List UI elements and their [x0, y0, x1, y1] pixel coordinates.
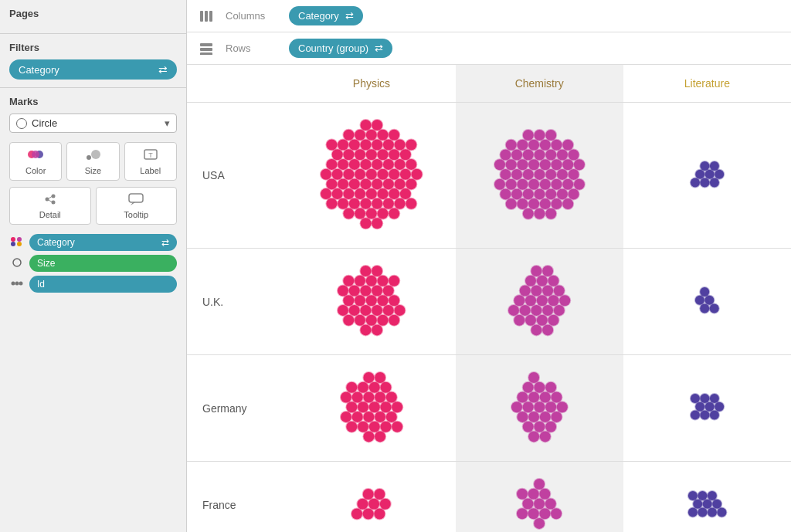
detail-button[interactable]: Detail — [9, 187, 91, 225]
tooltip-button[interactable]: Tooltip — [96, 187, 178, 225]
svg-point-207 — [528, 198, 539, 209]
th-empty — [187, 65, 287, 103]
svg-point-47 — [366, 188, 377, 199]
th-literature: Literature — [623, 65, 791, 103]
svg-point-547 — [351, 509, 362, 520]
svg-point-173 — [528, 159, 539, 170]
size-button[interactable]: Size — [66, 142, 119, 181]
color-button[interactable]: Color — [9, 142, 62, 181]
svg-point-367 — [548, 295, 559, 306]
svg-point-509 — [528, 431, 539, 442]
svg-point-183 — [517, 178, 528, 189]
chart-row: USA — [187, 103, 791, 249]
svg-point-433 — [369, 422, 380, 432]
marks-buttons-row2: Detail Tooltip — [9, 187, 177, 225]
svg-point-337 — [360, 266, 371, 276]
svg-point-105 — [332, 149, 343, 160]
svg-point-71 — [360, 140, 371, 151]
pages-title: Pages — [9, 8, 177, 19]
svg-point-329 — [343, 295, 354, 306]
svg-point-305 — [355, 295, 365, 306]
label-button[interactable]: T Label — [124, 142, 177, 181]
svg-point-561 — [545, 499, 556, 510]
svg-point-2 — [32, 151, 39, 158]
svg-point-9 — [51, 201, 55, 205]
svg-point-69 — [372, 198, 382, 209]
svg-point-579 — [698, 491, 707, 500]
svg-rect-24 — [209, 11, 212, 22]
chart-cell — [456, 103, 623, 249]
svg-point-103 — [332, 188, 343, 199]
size-circle-icon — [9, 257, 25, 270]
svg-point-383 — [525, 276, 536, 286]
svg-point-293 — [691, 178, 700, 187]
svg-point-535 — [363, 509, 374, 520]
svg-text:T: T — [148, 151, 153, 159]
marks-type-select[interactable]: Circle ▾ — [9, 114, 177, 133]
svg-point-345 — [338, 286, 348, 296]
svg-point-255 — [505, 198, 516, 209]
chart-cell — [287, 462, 455, 533]
svg-point-257 — [522, 208, 533, 219]
svg-point-177 — [539, 159, 550, 170]
svg-point-20 — [15, 281, 19, 285]
svg-point-321 — [355, 315, 365, 326]
svg-point-357 — [531, 305, 542, 316]
svg-point-415 — [369, 402, 380, 412]
filter-category-label: Category — [19, 64, 59, 76]
chart-cell — [456, 249, 623, 355]
svg-point-115 — [338, 198, 348, 209]
svg-point-253 — [568, 149, 579, 160]
svg-point-119 — [338, 140, 348, 151]
category-pill[interactable]: Category ⇄ — [29, 234, 177, 251]
svg-point-473 — [528, 412, 539, 422]
svg-point-31 — [360, 178, 371, 189]
rows-header-row: Rows Country (group) ⇄ — [187, 32, 791, 65]
sidebar: Pages Filters Category ⇄ Marks Circle ▾ — [0, 0, 187, 532]
svg-point-85 — [395, 178, 406, 189]
size-pill[interactable]: Size — [29, 255, 177, 272]
rows-pill-sort-icon: ⇄ — [375, 42, 383, 54]
columns-pill[interactable]: Category ⇄ — [289, 6, 363, 25]
row-label: U.K. — [187, 249, 287, 355]
svg-point-99 — [332, 169, 343, 180]
svg-point-189 — [534, 149, 545, 160]
svg-point-18 — [13, 259, 21, 266]
svg-point-275 — [574, 178, 585, 189]
svg-point-267 — [545, 130, 556, 141]
svg-point-125 — [395, 198, 406, 209]
svg-point-497 — [522, 422, 533, 432]
svg-point-349 — [389, 315, 399, 326]
svg-point-453 — [363, 431, 374, 442]
svg-point-471 — [534, 402, 545, 412]
svg-point-4 — [91, 150, 100, 159]
svg-point-479 — [539, 392, 550, 403]
svg-point-311 — [349, 286, 360, 296]
size-pill-label: Size — [37, 258, 55, 269]
chart-cell — [456, 462, 623, 533]
svg-point-487 — [517, 392, 528, 403]
svg-point-147 — [321, 169, 331, 180]
svg-point-7 — [45, 198, 49, 202]
svg-point-259 — [505, 139, 516, 150]
svg-point-313 — [366, 315, 377, 326]
dropdown-arrow-icon: ▾ — [165, 117, 170, 129]
svg-point-139 — [343, 208, 354, 219]
svg-point-559 — [523, 499, 534, 510]
svg-point-325 — [377, 315, 388, 326]
svg-point-395 — [542, 324, 553, 335]
rows-pill[interactable]: Country (group) ⇄ — [289, 39, 392, 58]
svg-point-159 — [326, 198, 337, 209]
svg-point-29 — [366, 169, 377, 180]
svg-point-3 — [87, 155, 91, 160]
filter-category-pill[interactable]: Category ⇄ — [9, 59, 177, 80]
mark-category-row: Category ⇄ — [9, 234, 177, 251]
svg-point-73 — [372, 140, 382, 151]
svg-point-185 — [517, 159, 528, 170]
svg-point-161 — [326, 140, 337, 151]
svg-point-123 — [355, 130, 365, 141]
svg-point-447 — [380, 382, 391, 393]
svg-point-511 — [539, 431, 550, 442]
id-pill[interactable]: Id — [29, 276, 177, 293]
marks-type-label: Circle — [32, 117, 165, 129]
